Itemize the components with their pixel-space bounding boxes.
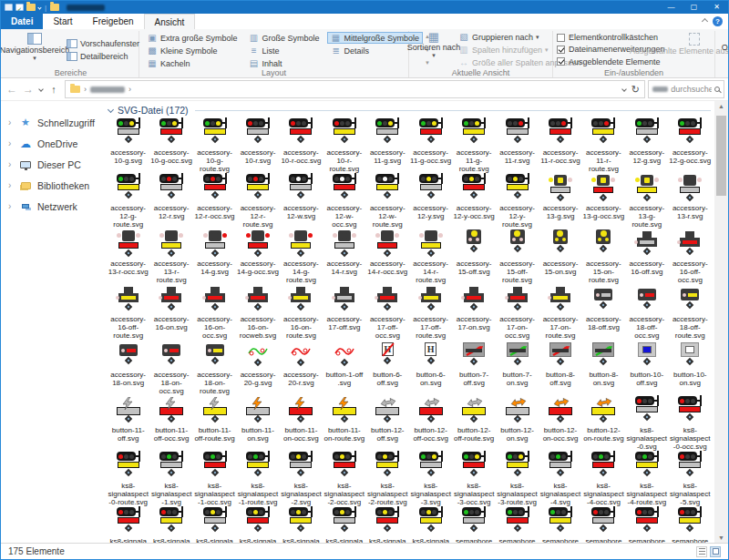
file-item[interactable]: button-11-on.svg [236, 395, 279, 451]
group-collapse-icon[interactable] [108, 106, 114, 112]
checkbox-3[interactable]: Ausgeblendete Elemente [557, 56, 665, 67]
file-item[interactable]: accessory-18-off-occ.svg [625, 284, 668, 340]
file-item[interactable]: accessory-18-off-route.svg [669, 284, 712, 340]
ausgewaehlte-elemente-ausblenden-button[interactable]: Ausgewählte Elemente ausblenden [665, 32, 724, 67]
file-item[interactable]: accessory-13-r-route.svg [149, 229, 192, 284]
vorschaufenster-button[interactable]: Vorschaufenster [63, 37, 143, 49]
expand-chevron-icon[interactable]: › [8, 159, 14, 169]
file-item[interactable]: accessory-15-off.svg [452, 229, 495, 284]
file-item[interactable]: ks8-signalaspect-0.svg [625, 395, 668, 451]
back-button[interactable]: ← [4, 83, 20, 96]
checkbox-icon[interactable] [557, 34, 565, 42]
file-item[interactable]: ks8-signala [280, 506, 323, 543]
file-item[interactable]: ks8-signalaspect-0-occ.svg [669, 395, 712, 451]
tab-freigeben[interactable]: Freigeben [83, 14, 144, 29]
file-item[interactable]: button-12-off.svg [366, 395, 409, 451]
file-item[interactable]: accessory-16-off-route.svg [107, 284, 149, 340]
qat-dropdown-icon[interactable] [37, 5, 41, 9]
expand-chevron-icon[interactable]: › [8, 201, 14, 211]
maximize-button[interactable]: ▢ [683, 1, 705, 14]
file-item[interactable]: ks8-signalaspect-2-route.svg [366, 451, 409, 506]
sortieren-nach-button[interactable]: ▦ Sortieren nach ▾ [413, 32, 455, 67]
file-item[interactable]: button-8-off.svg [539, 340, 581, 395]
scroll-down-icon[interactable]: ▼ [718, 535, 724, 541]
file-item[interactable]: ks8-signalaspect-1-route.svg [236, 451, 279, 506]
file-item[interactable]: accessory-10-r-route.svg [323, 117, 365, 173]
file-item[interactable]: accessory-17-off-route.svg [409, 284, 452, 340]
file-item[interactable]: semaphore [582, 506, 625, 543]
file-item[interactable]: accessory-12-g-occ.svg [669, 117, 712, 173]
expand-chevron-icon[interactable]: › [8, 138, 14, 148]
file-item[interactable]: accessory-20-r.svg [280, 340, 323, 395]
file-item[interactable]: ks8-signalaspect-3-route.svg [496, 451, 539, 506]
file-item[interactable]: accessory-16-on.svg [149, 284, 192, 340]
expand-chevron-icon[interactable]: › [8, 180, 14, 190]
file-item[interactable]: accessory-16-on-rocweb.svg [236, 284, 279, 340]
file-item[interactable]: button-12-on-route.svg [582, 395, 625, 451]
file-item[interactable]: semaphore [452, 506, 495, 543]
file-item[interactable]: accessory-12-y.svg [409, 173, 452, 229]
file-item[interactable]: button-11-off.svg [107, 395, 149, 451]
file-item[interactable]: ks8-signala [107, 506, 149, 543]
expand-chevron-icon[interactable]: › [8, 117, 14, 127]
file-item[interactable]: accessory-10-g.svg [107, 117, 149, 173]
sidebar-item-dieser-pc[interactable]: ›Dieser PC [1, 154, 101, 175]
file-item[interactable]: button-1-off .svg [323, 340, 365, 395]
file-item[interactable]: accessory-18-on-route.svg [193, 340, 236, 395]
file-item[interactable]: accessory-12-r-occ.svg [193, 173, 236, 229]
forward-button[interactable]: → [20, 83, 36, 96]
sidebar-item-netzwerk[interactable]: ›Netzwerk [1, 196, 101, 217]
scroll-up-icon[interactable]: ▲ [718, 103, 724, 109]
file-item[interactable]: accessory-12-y-route.svg [496, 173, 539, 229]
file-item[interactable]: accessory-14-g-route.svg [280, 229, 323, 284]
file-item[interactable]: accessory-17-on.svg [452, 284, 495, 340]
file-item[interactable]: accessory-12-g.svg [625, 117, 668, 173]
file-item[interactable]: accessory-12-y-occ.svg [452, 173, 495, 229]
new-folder-icon[interactable] [26, 4, 36, 11]
file-item[interactable]: ks8-signalaspect-5.svg [669, 451, 712, 506]
sidebar-item-bibliotheken[interactable]: ›Bibliotheken [1, 175, 101, 196]
file-item[interactable]: ks8-signalaspect-2-occ.svg [323, 451, 365, 506]
file-item[interactable]: ks8-signalaspect-4-route.svg [625, 451, 668, 506]
extra-grosse-symbole-button[interactable]: ▣Extra große Symbole [143, 32, 241, 44]
file-item[interactable]: accessory-12-g-route.svg [107, 173, 149, 229]
file-item[interactable]: accessory-10-g-route.svg [193, 117, 236, 173]
file-item[interactable]: button-11-on-occ.svg [280, 395, 323, 451]
file-item[interactable]: accessory-13-r-occ.svg [107, 229, 149, 284]
search-icon[interactable] [714, 87, 720, 92]
file-item[interactable]: accessory-12-w.svg [280, 173, 323, 229]
scrollbar-thumb[interactable] [716, 116, 726, 196]
file-item[interactable]: accessory-14-g-occ.svg [236, 229, 279, 284]
file-item[interactable]: accessory-11-g-occ.svg [409, 117, 452, 173]
collapse-ribbon-icon[interactable] [702, 18, 708, 25]
file-item[interactable]: accessory-16-on-route.svg [280, 284, 323, 340]
file-item[interactable]: accessory-17-on-route.svg [539, 284, 581, 340]
file-item[interactable]: ks8-signalaspect-4.svg [539, 451, 581, 506]
breadcrumb-redacted[interactable] [90, 87, 125, 93]
file-item[interactable]: accessory-16-off-occ.svg [669, 229, 712, 284]
file-item[interactable]: ks8-signalaspect-0-route.svg [107, 451, 149, 506]
file-item[interactable]: accessory-15-on.svg [539, 229, 581, 284]
address-dropdown-icon[interactable] [621, 87, 627, 92]
close-button[interactable]: ✕ [705, 1, 728, 14]
file-item[interactable]: button-8-on.svg [582, 340, 625, 395]
file-item[interactable]: accessory-14-r-route.svg [409, 229, 452, 284]
file-item[interactable]: ks8-signala [323, 506, 365, 543]
file-item[interactable]: semaphore [625, 506, 668, 543]
tab-datei[interactable]: Datei [1, 14, 43, 29]
sidebar-item-onedrive[interactable]: ›☁OneDrive [1, 133, 101, 154]
tab-start[interactable]: Start [43, 14, 82, 29]
file-item[interactable]: ks8-signala [149, 506, 192, 543]
file-item[interactable]: semaphore [496, 506, 539, 543]
file-item[interactable]: accessory-18-on.svg [107, 340, 149, 395]
file-item[interactable]: accessory-13-r.svg [669, 173, 712, 229]
file-item[interactable]: ks8-signala [409, 506, 452, 543]
file-item[interactable]: accessory-17-on-occ.svg [496, 284, 539, 340]
up-button[interactable]: ↑ [46, 84, 62, 95]
file-item[interactable]: accessory-18-on-occ.svg [149, 340, 192, 395]
file-item[interactable]: accessory-11-r-occ.svg [539, 117, 581, 173]
file-item[interactable]: accessory-14-r-occ.svg [366, 229, 409, 284]
file-item[interactable]: accessory-10-r-occ.svg [280, 117, 323, 173]
details-view-toggle[interactable] [696, 546, 707, 557]
file-item[interactable]: button-11-on-route.svg [323, 395, 365, 451]
